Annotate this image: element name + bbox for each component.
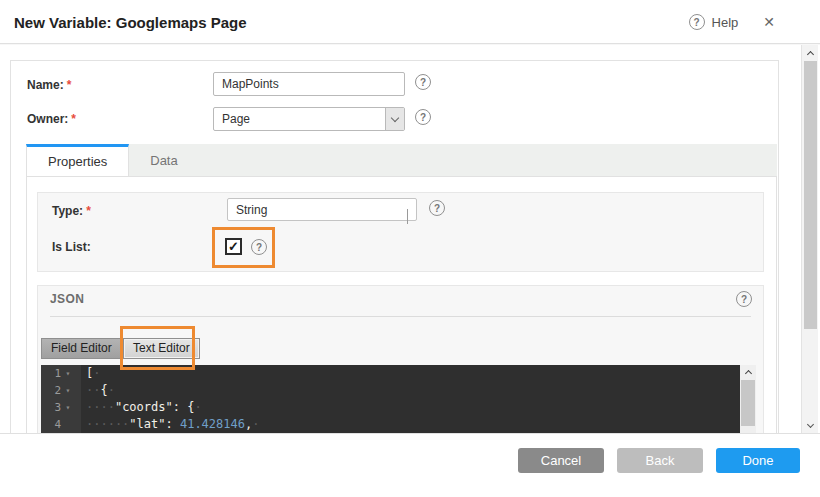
dialog-header: New Variable: Googlemaps Page ? Help ✕	[0, 0, 820, 44]
line-number: 2	[41, 382, 61, 399]
editor-lines: 1▾[·2▾··{·3▾····"coords": {·4······"lat"…	[41, 365, 756, 433]
is-list-help-icon[interactable]: ?	[251, 239, 267, 255]
owner-label: Owner:*	[27, 112, 76, 126]
variable-form-panel: Name:* ? Owner:* Page ? Properties Data	[10, 60, 779, 433]
fold-arrow-icon[interactable]: ▾	[61, 399, 75, 416]
editor-gutter: 2▾	[41, 382, 81, 399]
cancel-button[interactable]: Cancel	[518, 448, 604, 473]
header-actions: ? Help ✕	[689, 0, 775, 44]
scrollbar-up-icon[interactable]	[740, 365, 756, 378]
code-text: ··{·	[81, 382, 115, 399]
type-help-icon[interactable]: ?	[429, 200, 445, 216]
fold-arrow-icon[interactable]: ▾	[61, 382, 75, 399]
editor-scrollbar[interactable]	[740, 365, 756, 433]
scrollbar-down-icon[interactable]	[802, 418, 818, 433]
json-help-icon[interactable]: ?	[736, 291, 752, 307]
line-number: 4	[41, 416, 61, 433]
dialog-scrollbar-thumb[interactable]	[804, 61, 817, 329]
back-button[interactable]: Back	[617, 448, 703, 473]
new-variable-dialog: New Variable: Googlemaps Page ? Help ✕ N…	[0, 0, 820, 497]
code-text: ······"lat": 41.428146,·	[81, 416, 259, 433]
properties-tab-panel: Type:* String ? Is List: ✓ ? JSON ?	[26, 176, 777, 433]
owner-help-icon[interactable]: ?	[415, 109, 431, 125]
code-line[interactable]: 3▾····"coords": {·	[41, 399, 756, 416]
help-icon[interactable]: ?	[689, 14, 705, 30]
dialog-body: Name:* ? Owner:* Page ? Properties Data	[0, 45, 800, 433]
code-text: ····"coords": {·	[81, 399, 202, 416]
tab-bar: Properties Data	[26, 144, 777, 177]
is-list-label: Is List:	[52, 240, 91, 254]
code-line[interactable]: 1▾[·	[41, 365, 756, 382]
help-link[interactable]: Help	[712, 15, 739, 30]
name-input[interactable]	[213, 72, 405, 96]
close-icon[interactable]: ✕	[763, 15, 775, 29]
checkmark-icon: ✓	[228, 240, 239, 253]
text-editor-button[interactable]: Text Editor	[123, 338, 200, 359]
code-line[interactable]: 2▾··{·	[41, 382, 756, 399]
chevron-down-icon	[407, 209, 408, 223]
divider	[50, 316, 751, 317]
dialog-scrollbar[interactable]	[801, 45, 818, 433]
code-line[interactable]: 4······"lat": 41.428146,·	[41, 416, 756, 433]
code-text: [·	[81, 365, 100, 382]
json-section-title: JSON	[50, 292, 84, 306]
required-asterisk: *	[86, 204, 91, 218]
line-number: 3	[41, 399, 61, 416]
editor-gutter: 3▾	[41, 399, 81, 416]
json-fieldset: JSON ? Field Editor Text Editor 1▾[·2▾··…	[37, 285, 764, 433]
editor-gutter: 4	[41, 416, 81, 433]
tab-properties[interactable]: Properties	[26, 144, 129, 176]
is-list-checkbox[interactable]: ✓	[225, 238, 242, 255]
tab-data[interactable]: Data	[129, 144, 198, 176]
scrollbar-up-icon[interactable]	[802, 45, 818, 60]
field-editor-button[interactable]: Field Editor	[41, 338, 122, 359]
line-number: 1	[41, 365, 61, 382]
required-asterisk: *	[67, 78, 72, 92]
fold-arrow-icon[interactable]: ▾	[61, 365, 75, 382]
editor-gutter: 1▾	[41, 365, 81, 382]
chevron-down-icon	[385, 108, 404, 130]
required-asterisk: *	[71, 112, 76, 126]
type-fieldset: Type:* String ? Is List: ✓ ?	[37, 192, 764, 272]
json-code-editor[interactable]: 1▾[·2▾··{·3▾····"coords": {·4······"lat"…	[41, 365, 756, 433]
dialog-footer: Cancel Back Done	[0, 433, 820, 497]
type-label: Type:*	[52, 204, 91, 218]
page-title: New Variable: Googlemaps Page	[14, 0, 247, 44]
editor-scrollbar-thumb[interactable]	[741, 380, 755, 426]
name-help-icon[interactable]: ?	[415, 74, 431, 90]
name-label: Name:*	[27, 78, 71, 92]
owner-select[interactable]: Page	[213, 107, 405, 131]
done-button[interactable]: Done	[716, 448, 800, 473]
type-select[interactable]: String	[227, 198, 417, 221]
